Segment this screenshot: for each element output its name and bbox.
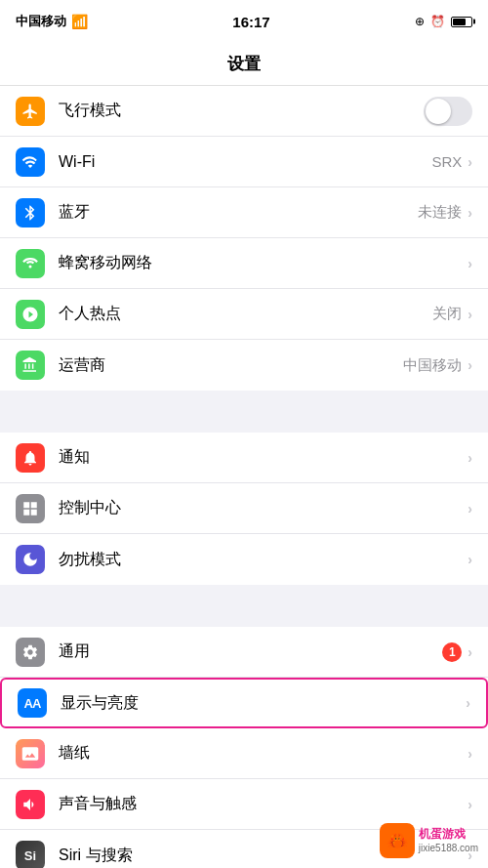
general-icon	[16, 638, 45, 667]
controlcenter-icon	[16, 494, 45, 523]
carrier-label: 中国移动	[16, 13, 66, 30]
general-label: 通用	[59, 641, 442, 662]
watermark-text: 机蛋游戏 jixie5188.com	[419, 827, 478, 855]
carrier-icon	[16, 351, 45, 380]
display-label: 显示与亮度	[61, 693, 466, 714]
donotdisturb-label: 勿扰模式	[59, 550, 468, 570]
bluetooth-icon	[16, 198, 45, 227]
cellular-icon	[16, 249, 45, 278]
carrier-value: 中国移动	[403, 356, 462, 375]
wifi-chevron: ›	[468, 154, 472, 170]
row-wifi[interactable]: Wi-Fi SRX ›	[0, 137, 488, 187]
bluetooth-label: 蓝牙	[59, 202, 418, 223]
watermark-logo: 🦀	[380, 823, 415, 858]
row-wallpaper[interactable]: 墙纸 ›	[0, 728, 488, 779]
general-chevron: ›	[468, 644, 472, 660]
row-cellular[interactable]: 蜂窝移动网络 ›	[0, 238, 488, 289]
cellular-chevron: ›	[468, 256, 472, 271]
wifi-status-icon: 📶	[71, 14, 88, 29]
row-donotdisturb[interactable]: 勿扰模式 ›	[0, 534, 488, 585]
general-badge: 1	[442, 642, 462, 662]
settings-content: 飞行模式 Wi-Fi SRX › 蓝牙 未连接 ›	[0, 86, 488, 868]
row-hotspot[interactable]: 个人热点 关闭 ›	[0, 289, 488, 340]
status-bar: 中国移动 📶 16:17 ⊕ ⏰	[0, 0, 488, 43]
row-airplane[interactable]: 飞行模式	[0, 86, 488, 137]
row-general[interactable]: 通用 1 ›	[0, 627, 488, 678]
wallpaper-chevron: ›	[468, 746, 472, 762]
separator-1	[0, 398, 488, 433]
row-bluetooth[interactable]: 蓝牙 未连接 ›	[0, 187, 488, 238]
hotspot-chevron: ›	[468, 307, 472, 322]
cellular-label: 蜂窝移动网络	[59, 253, 468, 273]
watermark-site: jixie5188.com	[419, 842, 478, 854]
time-display: 16:17	[232, 14, 269, 30]
airplane-label: 飞行模式	[59, 101, 424, 121]
display-chevron: ›	[466, 695, 470, 711]
row-controlcenter[interactable]: 控制中心 ›	[0, 483, 488, 534]
hotspot-icon	[16, 300, 45, 329]
airplane-icon	[16, 97, 45, 126]
section-connectivity: 飞行模式 Wi-Fi SRX › 蓝牙 未连接 ›	[0, 86, 488, 391]
donotdisturb-icon	[16, 545, 45, 574]
battery-icon	[451, 17, 472, 27]
sound-icon	[16, 790, 45, 819]
notifications-chevron: ›	[468, 450, 472, 466]
siri-icon: Si	[16, 841, 45, 868]
row-notifications[interactable]: 通知 ›	[0, 433, 488, 483]
separator-2	[0, 593, 488, 627]
wallpaper-icon	[16, 739, 45, 768]
notification-icon	[16, 443, 45, 473]
carrier-label: 运营商	[59, 355, 403, 376]
wallpaper-label: 墙纸	[59, 743, 468, 764]
nav-bar: 设置	[0, 43, 488, 86]
row-display[interactable]: AA 显示与亮度 ›	[0, 678, 488, 728]
bluetooth-value: 未连接	[418, 203, 462, 222]
alarm-icon: ⏰	[430, 15, 445, 28]
location-icon: ⊕	[415, 15, 425, 28]
display-icon: AA	[18, 688, 47, 718]
watermark-brand: 机蛋游戏	[419, 827, 478, 843]
wifi-label: Wi-Fi	[59, 153, 431, 171]
sound-label: 声音与触感	[59, 794, 468, 814]
controlcenter-label: 控制中心	[59, 498, 468, 518]
page-title: 设置	[227, 53, 261, 75]
status-left: 中国移动 📶	[16, 13, 88, 30]
row-carrier[interactable]: 运营商 中国移动 ›	[0, 340, 488, 391]
donotdisturb-chevron: ›	[468, 552, 472, 567]
controlcenter-chevron: ›	[468, 501, 472, 517]
sound-chevron: ›	[468, 797, 472, 812]
hotspot-label: 个人热点	[59, 304, 432, 324]
wifi-value: SRX	[431, 153, 462, 170]
notifications-label: 通知	[59, 447, 468, 468]
status-right: ⊕ ⏰	[415, 15, 472, 28]
airplane-toggle[interactable]	[424, 97, 472, 126]
section-notifications: 通知 › 控制中心 › 勿扰模式 ›	[0, 433, 488, 585]
wifi-icon	[16, 147, 45, 177]
carrier-chevron: ›	[468, 357, 472, 373]
watermark: 🦀 机蛋游戏 jixie5188.com	[380, 823, 478, 858]
bluetooth-chevron: ›	[468, 205, 472, 221]
hotspot-value: 关闭	[432, 305, 462, 323]
